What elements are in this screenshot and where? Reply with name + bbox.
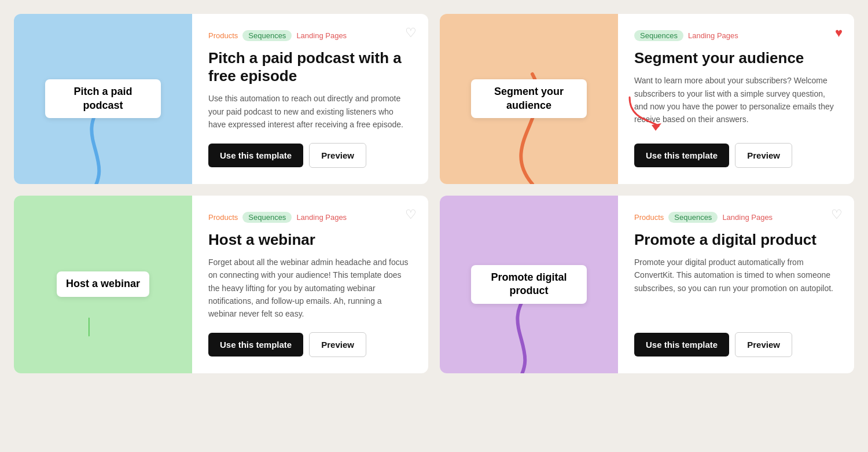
template-grid: Pitch a paid podcast♡ProductsSequencesLa…: [14, 14, 854, 373]
image-label-podcast: Pitch a paid podcast: [45, 79, 161, 118]
card-actions-digital: Use this templatePreview: [634, 332, 838, 357]
tag-products-podcast: Products: [208, 30, 238, 41]
card-content-segment: ♥SequencesLanding PagesSegment your audi…: [618, 14, 854, 184]
favorite-button-webinar[interactable]: ♡: [405, 207, 417, 222]
tag-products-webinar: Products: [208, 212, 238, 223]
preview-button-podcast[interactable]: Preview: [309, 143, 366, 168]
card-description-digital: Promote your digital product automatical…: [634, 256, 838, 321]
use-template-button-webinar[interactable]: Use this template: [208, 333, 303, 357]
card-segment: Segment your audience♥SequencesLanding P…: [440, 14, 854, 184]
card-digital: Promote digital product♡ProductsSequence…: [440, 196, 854, 373]
tag-sequences-podcast: Sequences: [242, 30, 292, 41]
card-content-podcast: ♡ProductsSequencesLanding PagesPitch a p…: [192, 14, 428, 184]
favorite-button-podcast[interactable]: ♡: [405, 25, 417, 41]
tag-landing-webinar: Landing Pages: [296, 212, 347, 223]
image-label-digital: Promote digital product: [471, 265, 587, 304]
tags-segment: SequencesLanding Pages: [634, 30, 838, 41]
card-image-podcast: Pitch a paid podcast: [14, 14, 192, 184]
image-label-segment: Segment your audience: [471, 79, 587, 118]
card-title-webinar: Host a webinar: [208, 231, 412, 249]
use-template-button-podcast[interactable]: Use this template: [208, 144, 303, 167]
tag-landing-segment: Landing Pages: [688, 30, 738, 41]
card-image-segment: Segment your audience: [440, 14, 618, 184]
use-template-button-segment[interactable]: Use this template: [634, 144, 729, 167]
use-template-button-digital[interactable]: Use this template: [634, 333, 729, 357]
preview-button-webinar[interactable]: Preview: [309, 332, 366, 357]
card-webinar: Host a webinar♡ProductsSequencesLanding …: [14, 196, 428, 373]
card-actions-segment: Use this templatePreview: [634, 143, 838, 168]
tag-sequences-webinar: Sequences: [242, 212, 292, 223]
card-image-webinar: Host a webinar: [14, 196, 192, 373]
card-actions-podcast: Use this templatePreview: [208, 143, 412, 168]
card-content-webinar: ♡ProductsSequencesLanding PagesHost a we…: [192, 196, 428, 373]
preview-button-segment[interactable]: Preview: [735, 143, 792, 168]
card-title-digital: Promote a digital product: [634, 231, 838, 249]
card-actions-webinar: Use this templatePreview: [208, 332, 412, 357]
tag-sequences-segment: Sequences: [634, 30, 683, 41]
tags-digital: ProductsSequencesLanding Pages: [634, 212, 838, 223]
favorite-button-digital[interactable]: ♡: [831, 207, 843, 222]
card-content-digital: ♡ProductsSequencesLanding PagesPromote a…: [618, 196, 854, 373]
card-title-segment: Segment your audience: [634, 49, 838, 67]
tag-products-digital: Products: [634, 212, 664, 223]
tag-landing-digital: Landing Pages: [722, 212, 773, 223]
tag-landing-podcast: Landing Pages: [296, 30, 347, 41]
tag-sequences-digital: Sequences: [668, 212, 718, 223]
image-label-webinar: Host a webinar: [57, 271, 149, 296]
card-image-digital: Promote digital product: [440, 196, 618, 373]
card-description-podcast: Use this automation to reach out directl…: [208, 92, 412, 131]
favorite-button-segment[interactable]: ♥: [835, 25, 843, 41]
preview-button-digital[interactable]: Preview: [735, 332, 792, 357]
card-podcast: Pitch a paid podcast♡ProductsSequencesLa…: [14, 14, 428, 184]
card-title-podcast: Pitch a paid podcast with a free episode: [208, 49, 412, 85]
tags-webinar: ProductsSequencesLanding Pages: [208, 212, 412, 223]
tags-podcast: ProductsSequencesLanding Pages: [208, 30, 412, 41]
card-description-webinar: Forget about all the webinar admin heada…: [208, 256, 412, 321]
card-description-segment: Want to learn more about your subscriber…: [634, 74, 838, 131]
